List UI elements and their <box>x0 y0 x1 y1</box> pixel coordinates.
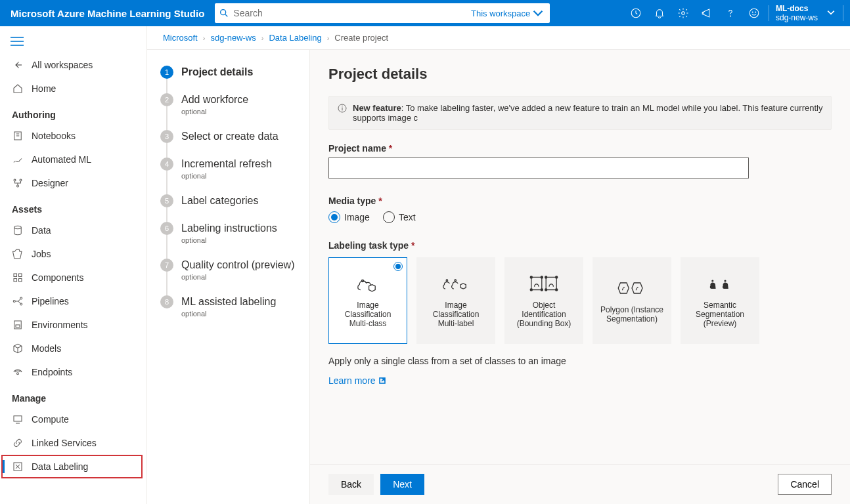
svg-point-27 <box>17 373 19 375</box>
selected-indicator-icon <box>393 262 403 271</box>
nav-all-workspaces[interactable]: All workspaces <box>0 53 146 77</box>
svg-point-0 <box>221 10 226 15</box>
header-divider-2 <box>843 5 843 21</box>
smile-icon[interactable] <box>744 3 765 24</box>
account-switcher[interactable]: ML-docs sdg-new-ws <box>773 4 820 22</box>
megaphone-icon[interactable] <box>696 3 717 24</box>
breadcrumb-current: Create project <box>334 33 388 43</box>
svg-point-45 <box>545 289 547 291</box>
clock-icon[interactable] <box>625 3 646 24</box>
svg-point-46 <box>556 289 558 291</box>
svg-rect-20 <box>14 279 17 282</box>
info-banner: New feature: To make labeling faster, we… <box>328 96 832 130</box>
search-icon <box>219 8 229 18</box>
tile-image-classification-multilabel[interactable]: Image Classification Multi-label <box>416 257 495 344</box>
svg-rect-21 <box>19 279 22 282</box>
svg-point-33 <box>342 106 343 106</box>
tile-object-identification[interactable]: Object Identification (Bounding Box) <box>504 257 583 344</box>
nav-section-manage[interactable]: Manage <box>0 384 146 408</box>
nav-pipelines[interactable]: Pipelines <box>0 289 146 313</box>
learn-more-link[interactable]: Learn more <box>328 375 386 386</box>
task-type-label: Labeling task type * <box>328 240 832 251</box>
step-ml-assisted[interactable]: 8ML assisted labelingoptional <box>160 295 304 332</box>
wizard-footer: Back Next Cancel <box>310 464 850 504</box>
hamburger-toggle[interactable] <box>0 32 146 53</box>
nav-notebooks[interactable]: Notebooks <box>0 124 146 148</box>
project-name-input[interactable] <box>328 158 749 178</box>
nav-components[interactable]: Components <box>0 266 146 289</box>
step-incremental-refresh[interactable]: 4Incremental refreshoptional <box>160 158 304 194</box>
nav-data[interactable]: Data <box>0 219 146 242</box>
gear-icon[interactable] <box>673 3 694 24</box>
media-type-label: Media type * <box>328 196 832 206</box>
svg-rect-26 <box>16 325 20 327</box>
svg-point-17 <box>14 226 22 229</box>
account-chevron[interactable] <box>823 8 839 18</box>
step-add-workforce[interactable]: 2Add workforceoptional <box>160 93 304 130</box>
nav-compute[interactable]: Compute <box>0 408 146 431</box>
svg-point-4 <box>730 16 731 16</box>
search-scope-dropdown[interactable]: This workspace <box>471 8 546 18</box>
breadcrumb-workspace[interactable]: sdg-new-ws <box>210 33 256 43</box>
svg-point-24 <box>20 303 22 305</box>
nav-endpoints[interactable]: Endpoints <box>0 360 146 384</box>
svg-rect-42 <box>546 277 556 289</box>
help-icon[interactable] <box>720 3 741 24</box>
step-quality-control[interactable]: 7Quality control (preview)optional <box>160 259 304 295</box>
svg-point-47 <box>711 280 713 282</box>
svg-point-48 <box>724 280 726 282</box>
chevron-right-icon: › <box>327 34 330 42</box>
nav-data-labeling[interactable]: Data Labeling <box>0 455 146 478</box>
breadcrumb-data-labeling[interactable]: Data Labeling <box>269 33 321 43</box>
nav-designer[interactable]: Designer <box>0 171 146 195</box>
svg-point-36 <box>455 280 456 281</box>
info-icon <box>337 103 347 114</box>
bell-icon[interactable] <box>649 3 670 24</box>
svg-point-6 <box>752 12 753 12</box>
step-labeling-instructions[interactable]: 6Labeling instructionsoptional <box>160 222 304 259</box>
svg-point-39 <box>541 276 543 278</box>
svg-point-7 <box>755 12 756 12</box>
svg-point-43 <box>545 276 547 278</box>
step-select-data[interactable]: 3Select or create data <box>160 130 304 158</box>
step-project-details[interactable]: 1Project details <box>160 66 304 93</box>
chevron-down-icon <box>533 8 543 18</box>
nav-section-assets[interactable]: Assets <box>0 195 146 219</box>
tile-image-classification-multiclass[interactable]: Image Classification Multi-class <box>328 257 407 344</box>
svg-point-15 <box>20 179 22 181</box>
nav-home[interactable]: Home <box>0 77 146 100</box>
svg-point-38 <box>530 276 532 278</box>
project-name-label: Project name * <box>328 143 832 154</box>
search-input[interactable] <box>229 8 471 18</box>
svg-point-41 <box>541 289 543 291</box>
nav-jobs[interactable]: Jobs <box>0 242 146 266</box>
nav-section-authoring[interactable]: Authoring <box>0 100 146 124</box>
svg-point-22 <box>13 301 15 303</box>
next-button[interactable]: Next <box>380 474 424 495</box>
tile-polygon-segmentation[interactable]: Polygon (Instance Segmentation) <box>593 257 671 344</box>
cancel-button[interactable]: Cancel <box>778 474 832 495</box>
media-type-text-radio[interactable]: Text <box>383 211 416 223</box>
svg-point-3 <box>682 12 685 15</box>
back-button[interactable]: Back <box>328 474 374 495</box>
svg-point-35 <box>446 280 447 281</box>
nav-automated-ml[interactable]: Automated ML <box>0 148 146 171</box>
app-header: Microsoft Azure Machine Learning Studio … <box>0 0 850 26</box>
nav-linked-services[interactable]: Linked Services <box>0 431 146 455</box>
global-search[interactable]: This workspace <box>215 3 550 23</box>
header-divider <box>769 5 769 21</box>
step-label-categories[interactable]: 5Label categories <box>160 194 304 222</box>
svg-rect-28 <box>14 416 22 421</box>
left-nav: All workspaces Home Authoring Notebooks … <box>0 26 147 504</box>
breadcrumb-microsoft[interactable]: Microsoft <box>163 33 198 43</box>
chevron-right-icon: › <box>203 34 206 42</box>
nav-environments[interactable]: Environments <box>0 313 146 337</box>
svg-rect-37 <box>531 277 542 289</box>
svg-point-16 <box>17 185 19 187</box>
nav-models[interactable]: Models <box>0 337 146 360</box>
tile-semantic-segmentation[interactable]: Semantic Segmentation (Preview) <box>681 257 759 344</box>
media-type-image-radio[interactable]: Image <box>328 211 370 223</box>
breadcrumb: Microsoft › sdg-new-ws › Data Labeling ›… <box>147 26 850 50</box>
svg-point-14 <box>14 179 16 181</box>
page-title: Project details <box>328 66 832 83</box>
